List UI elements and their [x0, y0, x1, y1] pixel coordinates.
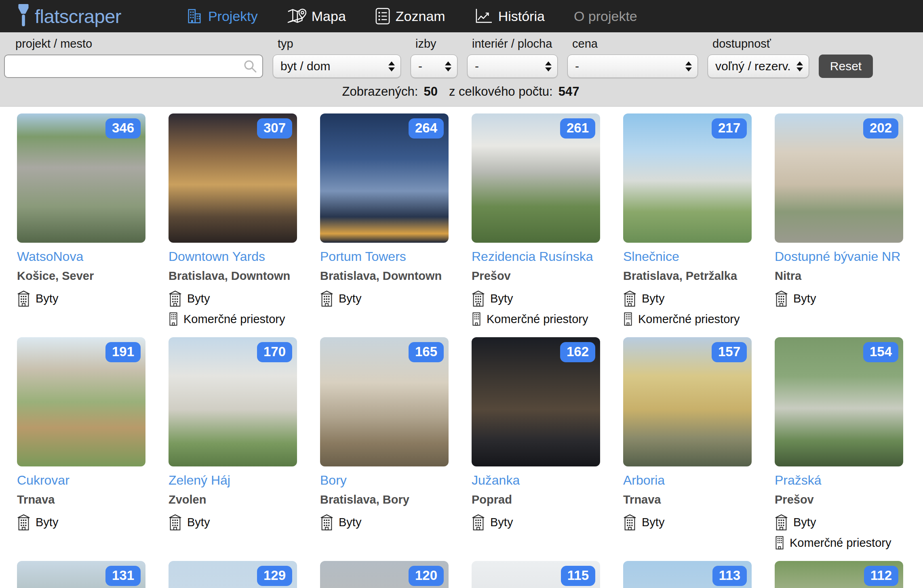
- project-tags: Byty Komerčné priestory: [775, 514, 903, 550]
- project-card: 112: [775, 561, 903, 588]
- project-card: 202 Dostupné bývanie NR Nitra Byty: [775, 113, 903, 337]
- project-title-link[interactable]: Slnečnice: [623, 249, 679, 264]
- apartments-icon: [623, 290, 636, 307]
- project-card: 346 WatsoNova Košice, Sever Byty: [17, 113, 145, 337]
- project-photo[interactable]: 307: [169, 113, 297, 243]
- unit-count-badge: 170: [257, 342, 292, 362]
- izby-select[interactable]: -: [411, 55, 457, 78]
- project-title-link[interactable]: Pražská: [775, 473, 822, 488]
- select-arrows-icon: [685, 61, 692, 71]
- reset-button[interactable]: Reset: [819, 55, 873, 78]
- results-summary: Zobrazených: 50 z celkového počtu: 547: [4, 84, 923, 99]
- tag-label: Byty: [793, 292, 816, 305]
- project-photo[interactable]: 264: [320, 113, 449, 243]
- dostupnost-select[interactable]: voľný / rezerv.: [708, 55, 809, 78]
- project-tags: Byty: [623, 514, 752, 531]
- tag-label: Byty: [339, 292, 361, 305]
- nav-item-mapa[interactable]: Mapa: [287, 8, 346, 25]
- nav-item-historia[interactable]: História: [474, 8, 545, 24]
- apartments-icon: [17, 514, 30, 531]
- unit-count-badge: 113: [712, 566, 747, 586]
- nav-item-o-projekte[interactable]: O projekte: [574, 8, 637, 24]
- project-photo[interactable]: 113: [623, 561, 752, 588]
- project-title-link[interactable]: WatsoNova: [17, 249, 83, 264]
- unit-count-badge: 129: [257, 566, 292, 586]
- project-title-link[interactable]: Južanka: [472, 473, 520, 488]
- select-arrows-icon: [445, 61, 451, 71]
- project-photo[interactable]: 217: [623, 113, 752, 243]
- tag-byty: Byty: [169, 290, 297, 307]
- project-photo[interactable]: 202: [775, 113, 903, 243]
- project-photo[interactable]: 346: [17, 113, 145, 243]
- project-title-link[interactable]: Bory: [320, 473, 347, 488]
- filter-group-dostupnost: dostupnosť voľný / rezerv.: [708, 36, 809, 78]
- apartments-icon: [17, 290, 30, 307]
- project-photo[interactable]: 120: [320, 561, 449, 588]
- tag-komercne: Komerčné priestory: [775, 536, 903, 550]
- project-card: 120: [320, 561, 449, 588]
- unit-count-badge: 307: [257, 118, 292, 139]
- project-title-link[interactable]: Dostupné bývanie NR: [775, 249, 900, 264]
- tag-byty: Byty: [17, 514, 145, 531]
- apartments-icon: [775, 514, 788, 531]
- filter-group-izby: izby -: [411, 36, 457, 78]
- select-arrows-icon: [388, 61, 395, 71]
- apartments-icon: [169, 290, 182, 307]
- project-photo[interactable]: 131: [17, 561, 145, 588]
- project-photo[interactable]: 154: [775, 337, 903, 466]
- tag-label: Byty: [339, 516, 361, 529]
- project-location: Bratislava, Downtown: [320, 269, 449, 283]
- project-title-link[interactable]: Portum Towers: [320, 249, 406, 264]
- tag-komercne: Komerčné priestory: [169, 312, 297, 326]
- typ-select[interactable]: byt / dom: [273, 55, 401, 78]
- top-navigation-bar: flatscraper Projekty Mapa Zoznam Hist: [0, 0, 923, 32]
- nav-item-zoznam[interactable]: Zoznam: [375, 8, 445, 25]
- project-title-link[interactable]: Downtown Yards: [169, 249, 265, 264]
- project-photo[interactable]: 191: [17, 337, 145, 466]
- project-card: 131: [17, 561, 145, 588]
- project-card: 113: [623, 561, 752, 588]
- shown-count: 50: [424, 84, 437, 99]
- unit-count-badge: 115: [561, 566, 595, 586]
- tag-komercne: Komerčné priestory: [472, 312, 600, 326]
- tag-byty: Byty: [320, 290, 449, 307]
- project-title-link[interactable]: Rezidencia Rusínska: [472, 249, 593, 264]
- project-photo[interactable]: 261: [472, 113, 600, 243]
- total-count: 547: [558, 84, 580, 99]
- project-title-link[interactable]: Arboria: [623, 473, 665, 488]
- unit-count-badge: 202: [863, 118, 898, 139]
- tag-komercne: Komerčné priestory: [623, 312, 752, 326]
- project-photo[interactable]: 129: [169, 561, 297, 588]
- project-tags: Byty: [320, 514, 449, 531]
- project-title-link[interactable]: Cukrovar: [17, 473, 70, 488]
- tag-byty: Byty: [472, 514, 600, 531]
- unit-count-badge: 131: [105, 566, 141, 586]
- interier-select[interactable]: -: [467, 55, 558, 78]
- brand-logo[interactable]: flatscraper: [18, 4, 121, 29]
- project-title-link[interactable]: Zelený Háj: [169, 473, 230, 488]
- tag-label: Byty: [490, 516, 513, 529]
- project-tags: Byty: [320, 290, 449, 307]
- project-tags: Byty: [17, 514, 145, 531]
- cena-select[interactable]: -: [567, 55, 698, 78]
- shown-label: Zobrazených:: [342, 84, 418, 99]
- project-card: 165 Bory Bratislava, Bory Byty: [320, 337, 449, 561]
- nav-items: Projekty Mapa Zoznam História O projekte: [186, 8, 637, 25]
- project-photo[interactable]: 162: [472, 337, 600, 466]
- unit-count-badge: 191: [105, 342, 141, 362]
- nav-item-projekty[interactable]: Projekty: [186, 8, 258, 25]
- project-photo[interactable]: 165: [320, 337, 449, 466]
- project-location: Košice, Sever: [17, 269, 145, 283]
- project-location: Bratislava, Downtown: [169, 269, 297, 283]
- project-photo[interactable]: 112: [775, 561, 903, 588]
- search-input[interactable]: [4, 55, 263, 78]
- project-photo[interactable]: 115: [472, 561, 600, 588]
- project-tags: Byty Komerčné priestory: [169, 290, 297, 326]
- apartments-icon: [623, 514, 636, 531]
- tag-byty: Byty: [17, 290, 145, 307]
- project-card: 157 Arboria Trnava Byty: [623, 337, 752, 561]
- project-tags: Byty: [17, 290, 145, 307]
- project-location: Bratislava, Bory: [320, 493, 449, 506]
- project-photo[interactable]: 157: [623, 337, 752, 466]
- project-photo[interactable]: 170: [169, 337, 297, 466]
